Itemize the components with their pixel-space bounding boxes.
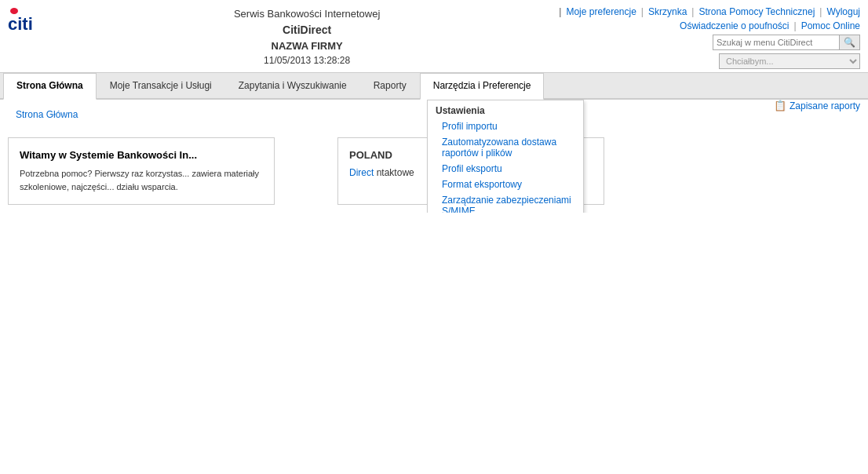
nav-zapytania[interactable]: Zapytania i Wyszukiwanie	[225, 73, 360, 98]
dd-profil-eksportu[interactable]: Profil eksportu	[428, 161, 583, 177]
dropdown-menu: Ustawienia Profil importu Zautomatyzowan…	[427, 100, 584, 213]
link-pomoc-online[interactable]: Pomoc Online	[801, 20, 860, 31]
dd-format-eksportowy[interactable]: Format eksportowy	[428, 177, 583, 192]
dd-profil-importu[interactable]: Profil importu	[428, 118, 583, 134]
saved-reports: 📋 Zapisane raporty	[774, 100, 860, 111]
link-strona-pomocy[interactable]: Strona Pomocy Technicznej	[698, 6, 815, 17]
svg-point-0	[10, 8, 18, 14]
header-top-links: | Moje preferencje | Skrzynka | Strona P…	[559, 6, 860, 17]
nav-moje-transakcje[interactable]: Moje Transakcje i Usługi	[97, 73, 225, 98]
nav-narzedzia[interactable]: Narzędzia i Preferencje	[420, 73, 545, 100]
nav-strona-glowna[interactable]: Strona Główna	[3, 73, 97, 100]
welcome-title: Witamy w Systemie Bankowości In...	[20, 149, 263, 161]
logo: citi	[8, 6, 55, 38]
breadcrumb: Strona Główna	[8, 104, 86, 125]
link-moje-preferencje[interactable]: Moje preferencje	[566, 6, 636, 17]
header-center: Serwis Bankowości Internetowej CitiDirec…	[55, 6, 559, 67]
link-wyloguj[interactable]: Wyloguj	[826, 6, 860, 17]
title-company: NAZWA FIRMY	[55, 38, 559, 54]
search-input-wrap: 🔍	[713, 35, 860, 50]
section-ustawienia: Ustawienia	[428, 100, 583, 118]
title-brand: CitiDirect	[55, 22, 559, 38]
dropdown-row: Chciałbym...	[719, 53, 860, 69]
title-main: Serwis Bankowości Internetowej	[55, 6, 559, 22]
link-skrzynka[interactable]: Skrzynka	[648, 6, 687, 17]
link-kontaktowe: ntaktowe	[377, 167, 414, 178]
search-row: 🔍	[713, 35, 860, 50]
dd-zarzadzanie[interactable]: Zarządzanie zabezpieczeniami S/MIME	[428, 192, 583, 213]
search-button[interactable]: 🔍	[839, 35, 859, 49]
nav-raporty[interactable]: Raporty	[360, 73, 420, 98]
sep0: |	[559, 6, 561, 17]
welcome-text: Potrzebna pomoc? Pierwszy raz korzystas.…	[20, 167, 263, 193]
chcialbym-select[interactable]: Chciałbym...	[719, 53, 860, 69]
svg-text:citi: citi	[8, 14, 33, 34]
header-right: | Moje preferencje | Skrzynka | Strona P…	[559, 6, 860, 69]
header: citi Serwis Bankowości Internetowej Citi…	[0, 0, 868, 73]
title-date: 11/05/2013 13:28:28	[55, 53, 559, 67]
saved-reports-link[interactable]: Zapisane raporty	[790, 100, 860, 111]
link-direct[interactable]: Direct	[349, 167, 374, 178]
navbar: Strona Główna Moje Transakcje i Usługi Z…	[0, 73, 868, 100]
link-oswiadczenie[interactable]: Oświadczenie o poufności	[680, 20, 789, 31]
citi-logo-svg: citi	[8, 6, 55, 36]
welcome-box: Witamy w Systemie Bankowości In... Potrz…	[8, 137, 275, 205]
header-second-links: Oświadczenie o poufności | Pomoc Online	[680, 20, 860, 31]
search-input[interactable]	[713, 36, 839, 49]
saved-reports-icon: 📋	[774, 100, 786, 111]
dd-zautomatyzowana[interactable]: Zautomatyzowana dostawa raportów i plikó…	[428, 134, 583, 161]
